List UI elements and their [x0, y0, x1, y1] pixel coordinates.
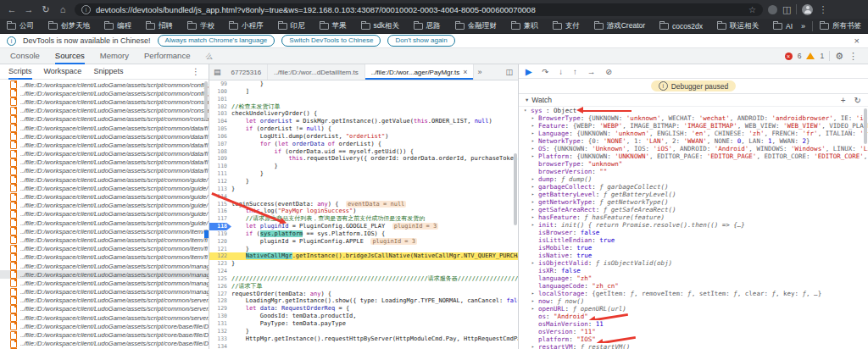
line-number[interactable]: 119	[209, 230, 231, 238]
expander-icon[interactable]: ▸	[531, 305, 538, 313]
watch-row[interactable]: ▾sys : Object	[519, 107, 868, 114]
browser-menu-icon[interactable]: ⋮	[818, 4, 827, 15]
bookmark-item[interactable]: 学校	[187, 21, 214, 31]
watch-row[interactable]: ▸BrowserType: {UNKNOWN: 'unknown', WECHA…	[519, 114, 868, 122]
bookmark-item[interactable]: 小程序	[229, 21, 264, 31]
line-number[interactable]: 121	[209, 246, 231, 253]
line-number[interactable]: 101	[209, 96, 231, 103]
watch-row[interactable]: ▸Feature: {WEBP: 'WEBP', IMAGE_BITMAP: '…	[519, 122, 868, 130]
line-number[interactable]: 105	[209, 125, 231, 133]
file-tree-item[interactable]: ../file:/D:/workspace/client/LudoGame/as…	[0, 115, 209, 124]
file-tree-item[interactable]: ../file:/D:/workspace/client/LudoGame/as…	[0, 262, 209, 270]
navigator-tab-workspace[interactable]: Workspace	[44, 64, 82, 80]
line-number[interactable]: 125	[209, 275, 231, 283]
file-tree-item[interactable]: ../file:/D:/workspace/client/LudoGame/as…	[0, 80, 209, 89]
watch-row[interactable]: language: "zh"	[519, 274, 868, 282]
expander-icon[interactable]: ▸	[531, 343, 538, 349]
editor-tab[interactable]: 67725316	[225, 64, 269, 80]
expander-icon[interactable]: ▸	[531, 297, 538, 305]
expander-icon[interactable]: ▸	[531, 221, 538, 229]
file-tree-item[interactable]: ../file:/D:/workspace/client/LudoGame/as…	[0, 150, 209, 158]
bookmark-item[interactable]: cocos2dx	[659, 22, 703, 30]
panel-extra-icon[interactable]: 么	[205, 52, 212, 61]
watch-row[interactable]: ▸init: init() { return Promise.resolve()…	[519, 221, 868, 229]
expander-icon[interactable]: ▸	[531, 145, 538, 152]
watch-row[interactable]: ▸openURL: ƒ openURL(url)	[519, 305, 868, 313]
file-tree-item[interactable]: ../file:/D:/workspace/client/LudoGame/as…	[0, 219, 209, 227]
file-tree-item[interactable]: ../file:/D:/workspace/client/LudoGame/as…	[0, 167, 209, 175]
file-tree-item[interactable]: ../file:/D:/workspace/client/LudoGame/as…	[0, 132, 209, 141]
file-tree-item[interactable]: ../file:/D:/workspace/client/LudoGame/as…	[0, 175, 209, 184]
expander-icon[interactable]: ▸	[531, 122, 538, 130]
line-number[interactable]: 129	[209, 305, 231, 313]
line-number[interactable]: 108	[209, 148, 231, 156]
bookmark-item[interactable]: 公司	[7, 21, 34, 31]
bookmark-item[interactable]: 招聘	[146, 21, 173, 31]
extension-icon[interactable]	[768, 5, 777, 14]
file-tree-item[interactable]: ../file:/D:/workspace/client/LudoGame/as…	[0, 296, 209, 305]
line-number[interactable]: 118	[209, 223, 231, 230]
file-tree-item[interactable]: ../file:/D:/workspace/client/LudoGame/as…	[0, 97, 209, 106]
watch-row[interactable]: ▸NetworkType: {0: 'NONE', 1: 'LAN', 2: '…	[519, 137, 868, 145]
error-badge-icon[interactable]: ×	[785, 53, 793, 60]
watch-row[interactable]: ▸getBatteryLevel: ƒ getBatteryLevel()	[519, 191, 868, 198]
watch-row[interactable]: isNative: true	[519, 252, 868, 259]
watch-section-header[interactable]: ▾ Watch + ↻	[519, 93, 868, 107]
expander-icon[interactable]: ▸	[531, 152, 538, 160]
expander-icon[interactable]: ▸	[531, 175, 538, 183]
watch-row[interactable]: browserVersion: ""	[519, 168, 868, 175]
reload-icon[interactable]: ↻	[39, 4, 53, 15]
bookmark-item[interactable]: 创梦天地	[48, 21, 90, 31]
file-tree-item[interactable]: ../file:/D:/workspace/client/LudoGame/as…	[0, 322, 209, 330]
bookmark-item[interactable]: 印尼	[278, 21, 305, 31]
watch-row[interactable]: ▸isObjectValid: ƒ isObjectValid(obj)	[519, 259, 868, 267]
line-number[interactable]: 115	[209, 201, 231, 208]
all-bookmarks-button[interactable]: 所有书签	[820, 21, 861, 31]
watch-row[interactable]: platform: "IOS"	[519, 335, 868, 343]
watch-row[interactable]: browserType: "unknown"	[519, 160, 868, 168]
url-bar[interactable]: i devtools://devtools/bundled/js_app.htm…	[75, 3, 763, 16]
file-tree-item[interactable]: ../file:/D:/workspace/client/LudoGame/as…	[0, 192, 209, 201]
bookmarks-overflow-icon[interactable]: »	[801, 22, 805, 30]
tab-memory[interactable]: Memory	[100, 48, 129, 64]
watch-row[interactable]: ▸Platform: {UNKNOWN: 'UNKNOWN', EDITOR_P…	[519, 152, 868, 160]
line-number[interactable]: 128	[209, 297, 231, 305]
bookmark-item[interactable]: 金融理财	[455, 21, 497, 31]
bookmark-item[interactable]: 思路	[414, 21, 441, 31]
close-tab-icon[interactable]: ×	[463, 68, 467, 76]
step-icon[interactable]: →	[587, 67, 596, 76]
bookmark-item[interactable]: 编程	[104, 21, 131, 31]
expander-icon[interactable]: ▸	[531, 183, 538, 191]
line-number[interactable]: 102	[209, 103, 231, 111]
bookmark-item[interactable]: sdk相关	[361, 21, 399, 31]
file-tree-scrollbar[interactable]	[204, 81, 208, 120]
watch-row[interactable]: ▸restartVM: ƒ restartVM()	[519, 343, 868, 349]
warning-badge-icon[interactable]	[806, 53, 815, 59]
watch-row[interactable]: ▸OS: {UNKNOWN: 'Unknown', IOS: 'iOS', AN…	[519, 145, 868, 152]
file-tree-item[interactable]: ../file:/D:/workspace/client/LudoGame/as…	[0, 245, 209, 253]
file-tree-item[interactable]: ../file:/D:/workspace/client/LudoGame/as…	[0, 279, 209, 287]
side-panel-icon[interactable]: ◫	[782, 4, 791, 15]
line-number[interactable]: 124	[209, 268, 231, 275]
settings-gear-icon[interactable]: ⚙	[835, 51, 843, 62]
line-number[interactable]: 99	[209, 80, 231, 88]
expander-icon[interactable]: ▸	[531, 191, 538, 198]
watch-row[interactable]: osVersion: "11"	[519, 328, 868, 335]
navigator-tab-snippets[interactable]: Snippets	[93, 64, 123, 80]
line-number[interactable]: 110	[209, 163, 231, 170]
line-number[interactable]: 133	[209, 335, 231, 343]
line-number[interactable]: 120	[209, 238, 231, 246]
expander-icon[interactable]: ▸	[531, 206, 538, 213]
line-number[interactable]: 111	[209, 170, 231, 178]
file-tree-item[interactable]: ../file:/D:/workspace/client/LudoGame/as…	[0, 305, 209, 313]
line-number[interactable]: 106	[209, 133, 231, 141]
file-tree-item[interactable]: ../file:/D:/workspace/client/LudoGame/as…	[0, 270, 209, 279]
file-tree-item[interactable]: ../file:/D:/workspace/client/LudoGame/as…	[0, 89, 209, 97]
back-icon[interactable]: ←	[5, 4, 19, 15]
watch-row[interactable]: isLittleEndian: true	[519, 236, 868, 244]
line-number[interactable]: 131	[209, 320, 231, 328]
toggle-debugger-sidebar-icon[interactable]: ◫	[500, 68, 518, 76]
file-tree-item[interactable]: ../file:/D:/workspace/client/LudoGame/as…	[0, 124, 209, 132]
file-tree-item[interactable]: ../file:/D:/workspace/client/LudoGame/as…	[0, 235, 209, 244]
tab-sources[interactable]: Sources	[55, 48, 85, 64]
